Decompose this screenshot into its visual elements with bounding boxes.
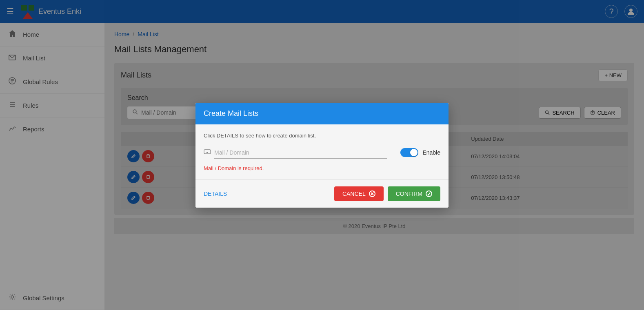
create-mail-list-modal: Create Mail Lists Click DETAILS to see h… [195,103,449,208]
modal-body: Click DETAILS to see how to create domai… [195,124,449,179]
modal-header: Create Mail Lists [195,103,449,124]
modal-hint: Click DETAILS to see how to create domai… [204,133,440,139]
keyboard-icon [204,148,211,157]
toggle-knob [410,149,417,156]
mail-domain-input[interactable] [214,147,387,159]
modal-footer: DETAILS CANCEL CONFIRM [195,179,449,208]
confirm-button[interactable]: CONFIRM [388,186,440,201]
mail-domain-field-wrap [204,147,387,159]
error-text: Mail / Domain is required. [204,165,440,171]
modal-overlay[interactable]: Create Mail Lists Click DETAILS to see h… [0,0,644,310]
modal-title: Create Mail Lists [204,109,258,117]
details-link[interactable]: DETAILS [204,190,227,197]
svg-rect-31 [204,150,211,154]
enable-toggle-wrap: Enable [400,148,440,157]
toggle-label: Enable [422,149,440,156]
cancel-button[interactable]: CANCEL [334,186,384,201]
modal-actions: CANCEL CONFIRM [334,186,440,201]
modal-form-row: Enable [204,147,440,159]
enable-toggle[interactable] [400,148,418,157]
